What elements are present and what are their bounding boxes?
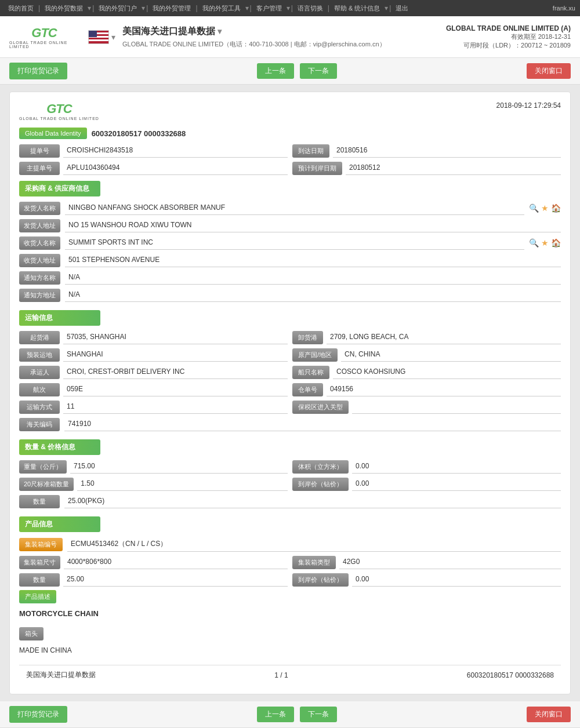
card-logo-gtc: GTC xyxy=(46,101,71,117)
shipper-addr-value: NO 15 WANSHOU ROAD XIWU TOWN xyxy=(65,219,561,232)
prev-button-top[interactable]: 上一条 xyxy=(257,63,294,79)
prod-qty-value: 25.00 xyxy=(63,573,288,587)
notify-addr-label: 通知方地址 xyxy=(19,289,60,302)
consignee-home-icon[interactable]: 🏠 xyxy=(551,238,561,247)
shipper-name-label: 发货人名称 xyxy=(19,202,60,215)
product-desc-section: 产品描述 MOTORCYCLE CHAIN xyxy=(19,590,561,620)
container-type-label: 集装箱类型 xyxy=(292,556,336,569)
ftz-col: 保税区进入关型 xyxy=(292,400,561,414)
header-logo: GTC GLOBAL TRADE ONLINE LIMITED xyxy=(9,26,79,49)
nav-management[interactable]: 我的外贸管理 xyxy=(149,4,194,13)
volume-col: 体积（立方米） 0.00 xyxy=(292,460,561,474)
origin-port-label: 起货港 xyxy=(19,331,60,344)
pagination-row: 美国海关进口提单数据 1 / 1 600320180517 0000332688 xyxy=(19,665,561,685)
next-button-top[interactable]: 下一条 xyxy=(300,63,337,79)
receipt-value: SHANGHAI xyxy=(63,348,288,362)
product-origin-value: MADE IN CHINA xyxy=(19,644,561,657)
qty-label: 数量 xyxy=(19,495,60,508)
header-flag: ▾ xyxy=(88,30,115,44)
manifest-label: 仓单号 xyxy=(292,383,323,396)
nav-help[interactable]: 帮助 & 统计信息 xyxy=(331,4,383,13)
vessel-col: 船只名称 COSCO KAOHSIUNG xyxy=(292,365,561,379)
next-button-bottom[interactable]: 下一条 xyxy=(300,707,337,722)
card-logo-text: GLOBAL TRADE ONLINE LIMITED xyxy=(19,117,99,121)
identity-label: Global Data Identity xyxy=(19,128,87,139)
consignee-name-value: SUMMIT SPORTS INT INC xyxy=(65,236,524,250)
weight-volume-row: 重量（公斤） 715.00 体积（立方米） 0.00 xyxy=(19,460,561,474)
header-right-company: GLOBAL TRADE ONLINE LIMITED (A) xyxy=(446,24,571,32)
hs-code-label: 海关编码 xyxy=(19,418,60,431)
weight-label: 重量（公斤） xyxy=(19,460,67,474)
card-logo: GTC GLOBAL TRADE ONLINE LIMITED xyxy=(19,101,99,121)
twenty-col: 20尺标准箱数量 1.50 xyxy=(19,477,288,491)
twenty-label: 20尺标准箱数量 xyxy=(19,478,74,491)
page-header: GTC GLOBAL TRADE ONLINE LIMITED ▾ 美国海关进口… xyxy=(0,16,580,58)
header-ldr: 可用时段（LDR）：200712 ~ 201809 xyxy=(446,41,571,50)
container-no-row: 集装箱编号 ECMU4513462（CN / L / CS） xyxy=(19,537,561,552)
us-flag-icon xyxy=(88,30,109,44)
consignee-addr-label: 收货人地址 xyxy=(19,254,60,267)
bill-arrival-row: 提单号 CROISHCHI2843518 到达日期 20180516 xyxy=(19,144,561,158)
dest-port-value: 2709, LONG BEACH, CA xyxy=(327,330,561,344)
nav-portal[interactable]: 我的外贸门户 xyxy=(95,4,140,13)
eta-value: 20180512 xyxy=(346,161,561,175)
nav-home[interactable]: 我的首页 xyxy=(5,4,37,13)
manifest-col: 仓单号 049156 xyxy=(292,383,561,396)
nav-data[interactable]: 我的外贸数据 xyxy=(41,4,86,13)
consignee-icons: 🔍 ★ 🏠 xyxy=(529,238,561,247)
consignee-addr-row: 收货人地址 501 STEPHENSON AVENUE xyxy=(19,253,561,267)
nav-language[interactable]: 语言切换 xyxy=(294,4,327,13)
prod-unit-price-col: 到岸价（钻价） 0.00 xyxy=(292,573,561,587)
product-origin-section: 箱头 MADE IN CHINA xyxy=(19,624,561,657)
arrival-date-label: 到达日期 xyxy=(292,144,329,158)
vessel-value: COSCO KAOHSIUNG xyxy=(333,365,561,379)
shipper-search-icon[interactable]: 🔍 xyxy=(529,203,539,213)
consignee-star-icon[interactable]: ★ xyxy=(541,238,549,247)
unit-price-value: 0.00 xyxy=(352,477,561,491)
manifest-value: 049156 xyxy=(327,383,561,396)
prod-qty-label: 数量 xyxy=(19,573,60,587)
close-button-top[interactable]: 关闭窗口 xyxy=(527,63,571,79)
nav-logout[interactable]: 退出 xyxy=(392,4,412,13)
shipper-name-value: NINGBO NANFANG SHOCK ABSORBER MANUF xyxy=(65,201,524,215)
close-button-bottom[interactable]: 关闭窗口 xyxy=(527,707,571,722)
arrival-date-col: 到达日期 20180516 xyxy=(292,144,561,158)
ftz-value xyxy=(352,400,561,414)
prod-unit-price-label: 到岸价（钻价） xyxy=(292,573,349,587)
flag-dropdown-icon[interactable]: ▾ xyxy=(111,32,115,42)
prev-button-bottom[interactable]: 上一条 xyxy=(257,707,294,722)
print-button-top[interactable]: 打印货贸记录 xyxy=(9,63,67,79)
shipper-home-icon[interactable]: 🏠 xyxy=(551,203,561,213)
volume-value: 0.00 xyxy=(352,460,561,474)
bill-label: 提单号 xyxy=(19,144,60,158)
consignee-name-label: 收货人名称 xyxy=(19,236,60,250)
nav-tools[interactable]: 我的外贸工具 xyxy=(199,4,244,13)
carrier-value: CROI, CREST-ORBIT DELIVERY INC xyxy=(63,365,288,379)
consignee-search-icon[interactable]: 🔍 xyxy=(529,238,539,247)
header-right-info: GLOBAL TRADE ONLINE LIMITED (A) 有效期至 201… xyxy=(446,24,571,50)
identity-value: 600320180517 0000332688 xyxy=(92,129,186,138)
print-button-bottom[interactable]: 打印货贸记录 xyxy=(9,706,67,723)
mode-col: 运输方式 11 xyxy=(19,400,288,414)
nav-clients[interactable]: 客户管理 xyxy=(253,4,285,13)
voyage-manifest-row: 航次 059E 仓单号 049156 xyxy=(19,383,561,396)
product-desc-value: MOTORCYCLE CHAIN xyxy=(19,607,561,620)
twenty-value: 1.50 xyxy=(77,477,288,491)
eta-label: 预计到岸日期 xyxy=(292,162,342,175)
header-title-section: 美国海关进口提单数据 ▾ GLOBAL TRADE ONLINE LIMITED… xyxy=(122,26,446,49)
container-type-col: 集装箱类型 42G0 xyxy=(292,555,561,569)
vessel-label: 船只名称 xyxy=(292,366,329,379)
carrier-vessel-row: 承运人 CROI, CREST-ORBIT DELIVERY INC 船只名称 … xyxy=(19,365,561,379)
voyage-col: 航次 059E xyxy=(19,383,288,396)
voyage-label: 航次 xyxy=(19,383,60,396)
mode-label: 运输方式 xyxy=(19,401,60,414)
nav-user: frank.xu xyxy=(553,5,575,12)
bill-value: CROISHCHI2843518 xyxy=(63,144,288,158)
product-section-header: 产品信息 xyxy=(19,516,100,532)
shipper-star-icon[interactable]: ★ xyxy=(541,203,549,213)
weight-value: 715.00 xyxy=(70,460,288,474)
volume-label: 体积（立方米） xyxy=(292,460,349,474)
identity-row: Global Data Identity 600320180517 000033… xyxy=(19,128,561,139)
notify-name-row: 通知方名称 N/A xyxy=(19,271,561,285)
country-value: CN, CHINA xyxy=(341,348,561,362)
